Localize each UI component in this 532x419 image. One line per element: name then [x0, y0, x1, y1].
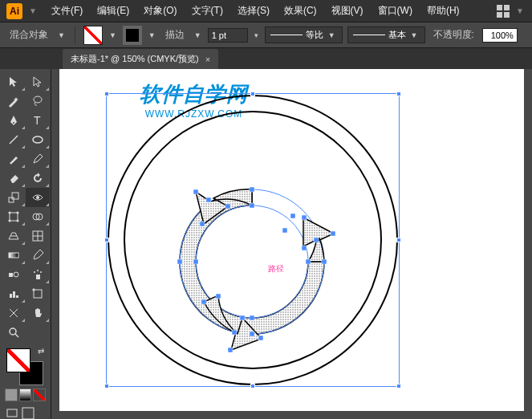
eyedropper-tool[interactable] — [26, 246, 50, 265]
bbox-handle[interactable] — [250, 92, 255, 96]
menu-type[interactable]: 文字(T) — [185, 1, 229, 21]
menu-effect[interactable]: 效果(C) — [278, 1, 323, 21]
gradient-tool[interactable] — [2, 246, 26, 265]
brush-definition-select[interactable]: 基本 ▼ — [347, 26, 425, 43]
svg-rect-43 — [250, 315, 254, 320]
direct-selection-tool[interactable] — [26, 72, 50, 92]
control-bar: 混合对象 ▼ ▼ ▼ 描边 ▼ 1 pt ▾ 等比 ▼ 基本 ▼ 不透明度: 1… — [0, 22, 532, 48]
bbox-handle[interactable] — [396, 384, 401, 388]
gradient-mode-button[interactable] — [19, 388, 32, 401]
svg-rect-61 — [282, 228, 287, 233]
symbol-sprayer-tool[interactable] — [26, 265, 50, 284]
svg-rect-59 — [216, 294, 221, 299]
canvas-viewport[interactable]: 软件自学网 WWW.RJZXW.COM — [51, 69, 532, 419]
svg-rect-4 — [9, 197, 14, 202]
document-title: 未标题-1* @ 150% (CMYK/预览) — [71, 53, 199, 65]
stroke-dropdown-icon[interactable]: ▼ — [147, 31, 157, 39]
svg-rect-53 — [302, 246, 307, 250]
stroke-panel-icon[interactable]: ▼ — [193, 31, 203, 39]
color-mode-row — [2, 388, 49, 401]
context-dropdown-icon[interactable]: ▼ — [56, 31, 67, 39]
svg-rect-18 — [9, 273, 13, 277]
menu-edit[interactable]: 编辑(E) — [91, 1, 136, 21]
shape-builder-tool[interactable] — [26, 207, 50, 226]
stroke-weight-input[interactable]: 1 pt — [208, 28, 248, 43]
recycle-arrows-artwork[interactable] — [148, 157, 356, 366]
eraser-tool[interactable] — [2, 169, 26, 188]
normal-screen-mode[interactable] — [5, 406, 19, 419]
rotate-tool[interactable] — [26, 169, 50, 188]
scale-tool[interactable] — [2, 188, 26, 207]
pen-tool[interactable] — [2, 111, 26, 130]
free-transform-tool[interactable] — [2, 207, 26, 226]
svg-rect-46 — [206, 197, 211, 202]
menu-file[interactable]: 文件(F) — [45, 1, 89, 21]
workspace-dropdown-icon[interactable]: ▼ — [516, 6, 524, 15]
bbox-handle[interactable] — [104, 384, 109, 388]
swap-fill-stroke-icon[interactable]: ⇄ — [38, 347, 44, 356]
bbox-handle[interactable] — [396, 92, 401, 96]
smart-guide-label: 路径 — [268, 263, 284, 275]
svg-rect-32 — [7, 409, 17, 417]
stroke-swatch[interactable] — [123, 26, 142, 45]
opacity-input[interactable]: 100% — [482, 28, 518, 43]
lasso-tool[interactable] — [26, 92, 50, 111]
workspace-switcher-icon[interactable] — [497, 5, 510, 18]
stroke-weight-stepper-icon[interactable]: ▾ — [253, 31, 260, 39]
blend-tool[interactable] — [2, 265, 26, 284]
svg-rect-17 — [9, 253, 18, 258]
svg-point-8 — [9, 212, 11, 214]
svg-rect-55 — [228, 348, 233, 352]
column-graph-tool[interactable] — [2, 284, 26, 303]
full-screen-mode[interactable] — [21, 406, 35, 419]
stroke-profile-select[interactable]: 等比 ▼ — [265, 26, 343, 43]
svg-rect-60 — [290, 214, 295, 218]
fill-swatch[interactable] — [83, 26, 103, 45]
hand-tool[interactable] — [26, 303, 50, 323]
fill-proxy[interactable] — [6, 348, 30, 372]
menu-select[interactable]: 选择(S) — [231, 1, 276, 21]
line-segment-tool[interactable] — [2, 130, 26, 149]
tab-close-button[interactable]: × — [205, 55, 210, 64]
bbox-handle[interactable] — [104, 238, 109, 242]
svg-rect-45 — [250, 203, 254, 208]
svg-rect-48 — [200, 222, 205, 226]
bbox-handle[interactable] — [250, 384, 255, 388]
perspective-grid-tool[interactable] — [2, 226, 26, 246]
bbox-handle[interactable] — [104, 92, 109, 96]
svg-point-6 — [36, 196, 39, 199]
svg-rect-27 — [34, 290, 42, 298]
menu-window[interactable]: 窗口(W) — [372, 1, 419, 21]
app-menu-dropdown-icon[interactable]: ▼ — [29, 6, 37, 15]
fill-dropdown-icon[interactable]: ▼ — [108, 31, 118, 39]
svg-rect-24 — [10, 294, 12, 298]
menu-help[interactable]: 帮助(H) — [420, 1, 466, 21]
fill-stroke-proxy[interactable]: ⇄ — [2, 347, 49, 385]
slice-tool[interactable] — [2, 303, 26, 323]
chevron-down-icon: ▼ — [327, 31, 337, 39]
svg-rect-47 — [193, 189, 198, 194]
artboard-tool[interactable] — [26, 284, 50, 303]
document-tab[interactable]: 未标题-1* @ 150% (CMYK/预览) × — [63, 49, 218, 69]
artboard[interactable]: 软件自学网 WWW.RJZXW.COM — [59, 69, 524, 411]
color-mode-button[interactable] — [5, 388, 18, 401]
paintbrush-tool[interactable] — [2, 149, 26, 169]
mesh-tool[interactable] — [26, 226, 50, 246]
type-tool[interactable]: T — [26, 111, 50, 130]
pencil-tool[interactable] — [26, 149, 50, 169]
none-mode-button[interactable] — [33, 388, 46, 401]
opacity-label: 不透明度: — [430, 26, 477, 43]
width-tool[interactable] — [26, 188, 50, 207]
app-icon: Ai — [6, 3, 22, 19]
ellipse-tool[interactable] — [26, 130, 50, 149]
svg-rect-25 — [13, 291, 15, 298]
svg-point-30 — [10, 328, 16, 335]
selection-tool[interactable] — [2, 72, 26, 92]
bbox-handle[interactable] — [396, 238, 401, 242]
zoom-tool[interactable] — [2, 323, 26, 342]
menu-view[interactable]: 视图(V) — [325, 1, 370, 21]
menu-object[interactable]: 对象(O) — [137, 1, 183, 21]
svg-rect-26 — [16, 295, 18, 298]
magic-wand-tool[interactable] — [2, 92, 26, 111]
screen-mode-row — [2, 406, 49, 419]
